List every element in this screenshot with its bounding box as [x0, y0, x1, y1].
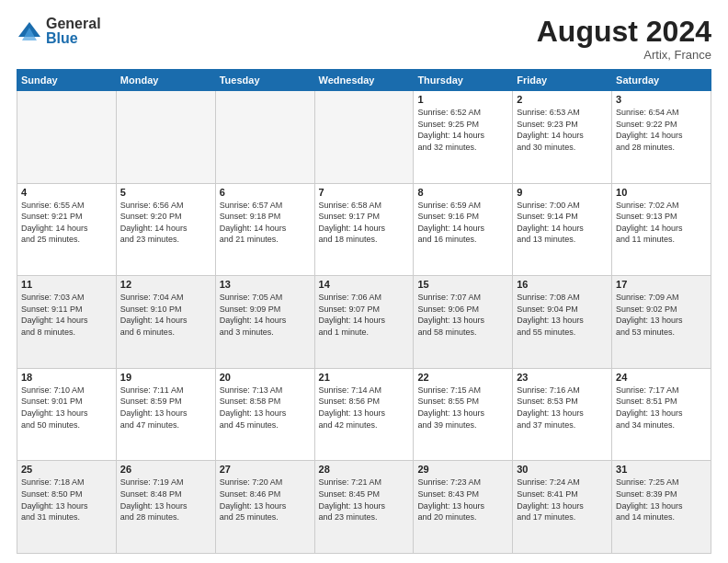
day-number: 27 — [220, 464, 311, 475]
day-info: Sunrise: 6:57 AM Sunset: 9:18 PM Dayligh… — [220, 200, 311, 246]
week-row-2: 4Sunrise: 6:55 AM Sunset: 9:21 PM Daylig… — [17, 183, 711, 276]
calendar-cell: 25Sunrise: 7:18 AM Sunset: 8:50 PM Dayli… — [17, 461, 117, 554]
calendar-cell: 21Sunrise: 7:14 AM Sunset: 8:56 PM Dayli… — [314, 368, 414, 461]
calendar-cell: 18Sunrise: 7:10 AM Sunset: 9:01 PM Dayli… — [17, 368, 117, 461]
weekday-header-sunday: Sunday — [17, 70, 117, 91]
day-info: Sunrise: 7:06 AM Sunset: 9:07 PM Dayligh… — [319, 292, 410, 338]
day-info: Sunrise: 7:18 AM Sunset: 8:50 PM Dayligh… — [21, 477, 112, 523]
calendar-cell: 27Sunrise: 7:20 AM Sunset: 8:46 PM Dayli… — [215, 461, 314, 554]
day-number: 13 — [220, 279, 311, 290]
day-number: 24 — [616, 372, 707, 383]
day-info: Sunrise: 7:11 AM Sunset: 8:59 PM Dayligh… — [120, 385, 211, 431]
weekday-header-monday: Monday — [116, 70, 215, 91]
day-number: 5 — [120, 187, 211, 198]
calendar-cell: 30Sunrise: 7:24 AM Sunset: 8:41 PM Dayli… — [513, 461, 612, 554]
day-number: 11 — [21, 279, 112, 290]
day-info: Sunrise: 7:08 AM Sunset: 9:04 PM Dayligh… — [517, 292, 608, 338]
calendar-cell: 31Sunrise: 7:25 AM Sunset: 8:39 PM Dayli… — [612, 461, 711, 554]
day-number: 20 — [220, 372, 311, 383]
calendar-cell: 15Sunrise: 7:07 AM Sunset: 9:06 PM Dayli… — [414, 276, 513, 369]
day-number: 28 — [319, 464, 410, 475]
day-info: Sunrise: 7:10 AM Sunset: 9:01 PM Dayligh… — [21, 385, 112, 431]
day-number: 31 — [616, 464, 707, 475]
calendar-cell: 6Sunrise: 6:57 AM Sunset: 9:18 PM Daylig… — [215, 183, 314, 276]
title-block: August 2024 Artix, France — [537, 17, 711, 62]
calendar-cell: 29Sunrise: 7:23 AM Sunset: 8:43 PM Dayli… — [414, 461, 513, 554]
day-info: Sunrise: 6:59 AM Sunset: 9:16 PM Dayligh… — [417, 200, 508, 246]
logo-blue: Blue — [46, 31, 101, 46]
calendar-cell: 5Sunrise: 6:56 AM Sunset: 9:20 PM Daylig… — [116, 183, 215, 276]
month-title: August 2024 — [537, 17, 711, 46]
week-row-1: 1Sunrise: 6:52 AM Sunset: 9:25 PM Daylig… — [17, 91, 711, 184]
calendar-cell: 22Sunrise: 7:15 AM Sunset: 8:55 PM Dayli… — [414, 368, 513, 461]
calendar-cell: 12Sunrise: 7:04 AM Sunset: 9:10 PM Dayli… — [116, 276, 215, 369]
day-info: Sunrise: 7:19 AM Sunset: 8:48 PM Dayligh… — [120, 477, 211, 523]
day-number: 26 — [120, 464, 211, 475]
calendar-cell — [17, 91, 117, 184]
weekday-header-saturday: Saturday — [612, 70, 711, 91]
day-info: Sunrise: 7:13 AM Sunset: 8:58 PM Dayligh… — [220, 385, 311, 431]
day-info: Sunrise: 7:00 AM Sunset: 9:14 PM Dayligh… — [517, 200, 608, 246]
day-number: 17 — [616, 279, 707, 290]
calendar-cell: 24Sunrise: 7:17 AM Sunset: 8:51 PM Dayli… — [612, 368, 711, 461]
day-number: 9 — [517, 187, 608, 198]
calendar-cell — [116, 91, 215, 184]
weekday-header-tuesday: Tuesday — [215, 70, 314, 91]
day-number: 10 — [616, 187, 707, 198]
day-info: Sunrise: 6:52 AM Sunset: 9:25 PM Dayligh… — [417, 107, 508, 153]
calendar-cell: 16Sunrise: 7:08 AM Sunset: 9:04 PM Dayli… — [513, 276, 612, 369]
day-number: 8 — [417, 187, 508, 198]
weekday-header-thursday: Thursday — [414, 70, 513, 91]
day-number: 15 — [417, 279, 508, 290]
day-number: 16 — [517, 279, 608, 290]
logo-general: General — [46, 17, 101, 31]
calendar-cell: 23Sunrise: 7:16 AM Sunset: 8:53 PM Dayli… — [513, 368, 612, 461]
day-number: 29 — [417, 464, 508, 475]
day-info: Sunrise: 7:16 AM Sunset: 8:53 PM Dayligh… — [517, 385, 608, 431]
day-info: Sunrise: 6:53 AM Sunset: 9:23 PM Dayligh… — [517, 107, 608, 153]
day-number: 22 — [417, 372, 508, 383]
calendar-cell: 26Sunrise: 7:19 AM Sunset: 8:48 PM Dayli… — [116, 461, 215, 554]
calendar-cell: 3Sunrise: 6:54 AM Sunset: 9:22 PM Daylig… — [612, 91, 711, 184]
calendar-cell: 20Sunrise: 7:13 AM Sunset: 8:58 PM Dayli… — [215, 368, 314, 461]
calendar-cell: 11Sunrise: 7:03 AM Sunset: 9:11 PM Dayli… — [17, 276, 117, 369]
calendar-cell: 4Sunrise: 6:55 AM Sunset: 9:21 PM Daylig… — [17, 183, 117, 276]
logo: General Blue — [17, 17, 101, 46]
calendar-cell: 8Sunrise: 6:59 AM Sunset: 9:16 PM Daylig… — [414, 183, 513, 276]
day-number: 25 — [21, 464, 112, 475]
calendar: SundayMondayTuesdayWednesdayThursdayFrid… — [17, 69, 711, 554]
day-info: Sunrise: 6:56 AM Sunset: 9:20 PM Dayligh… — [120, 200, 211, 246]
calendar-cell: 9Sunrise: 7:00 AM Sunset: 9:14 PM Daylig… — [513, 183, 612, 276]
day-info: Sunrise: 7:15 AM Sunset: 8:55 PM Dayligh… — [417, 385, 508, 431]
day-info: Sunrise: 7:20 AM Sunset: 8:46 PM Dayligh… — [220, 477, 311, 523]
day-info: Sunrise: 7:05 AM Sunset: 9:09 PM Dayligh… — [220, 292, 311, 338]
day-info: Sunrise: 7:17 AM Sunset: 8:51 PM Dayligh… — [616, 385, 707, 431]
day-info: Sunrise: 6:58 AM Sunset: 9:17 PM Dayligh… — [319, 200, 410, 246]
header: General Blue August 2024 Artix, France — [17, 17, 711, 62]
day-info: Sunrise: 7:24 AM Sunset: 8:41 PM Dayligh… — [517, 477, 608, 523]
week-row-3: 11Sunrise: 7:03 AM Sunset: 9:11 PM Dayli… — [17, 276, 711, 369]
day-info: Sunrise: 6:55 AM Sunset: 9:21 PM Dayligh… — [21, 200, 112, 246]
day-info: Sunrise: 7:02 AM Sunset: 9:13 PM Dayligh… — [616, 200, 707, 246]
calendar-cell: 14Sunrise: 7:06 AM Sunset: 9:07 PM Dayli… — [314, 276, 414, 369]
day-info: Sunrise: 7:23 AM Sunset: 8:43 PM Dayligh… — [417, 477, 508, 523]
day-number: 12 — [120, 279, 211, 290]
logo-text: General Blue — [46, 17, 101, 46]
day-number: 6 — [220, 187, 311, 198]
day-info: Sunrise: 7:14 AM Sunset: 8:56 PM Dayligh… — [319, 385, 410, 431]
day-number: 18 — [21, 372, 112, 383]
day-info: Sunrise: 7:07 AM Sunset: 9:06 PM Dayligh… — [417, 292, 508, 338]
calendar-cell — [215, 91, 314, 184]
day-info: Sunrise: 7:03 AM Sunset: 9:11 PM Dayligh… — [21, 292, 112, 338]
calendar-cell: 13Sunrise: 7:05 AM Sunset: 9:09 PM Dayli… — [215, 276, 314, 369]
calendar-cell: 2Sunrise: 6:53 AM Sunset: 9:23 PM Daylig… — [513, 91, 612, 184]
day-number: 1 — [417, 94, 508, 105]
weekday-header-friday: Friday — [513, 70, 612, 91]
location: Artix, France — [537, 48, 711, 62]
day-info: Sunrise: 7:25 AM Sunset: 8:39 PM Dayligh… — [616, 477, 707, 523]
day-number: 14 — [319, 279, 410, 290]
day-info: Sunrise: 7:21 AM Sunset: 8:45 PM Dayligh… — [319, 477, 410, 523]
day-number: 4 — [21, 187, 112, 198]
day-number: 7 — [319, 187, 410, 198]
calendar-cell: 17Sunrise: 7:09 AM Sunset: 9:02 PM Dayli… — [612, 276, 711, 369]
